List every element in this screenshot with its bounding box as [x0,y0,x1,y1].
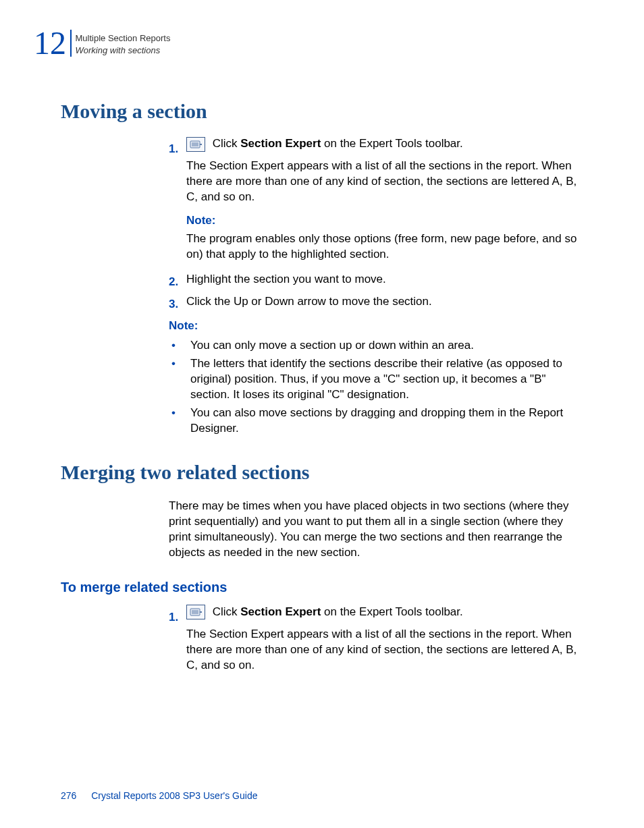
section-expert-icon [186,137,205,152]
header-text-block: Multiple Section Reports Working with se… [76,27,171,57]
moving-step-1: 1. Click Section Expert on the Expert To… [169,136,583,263]
bullet-1: • You can only move a section up or down… [169,338,583,354]
step-1-body: Click Section Expert on the Expert Tools… [186,136,583,263]
merge-step1-description: The Section Expert appears with a list o… [186,627,583,673]
note-label-1: Note: [186,213,583,229]
page-number: 276 [61,790,76,801]
merging-step-1: 1. Click Section Expert on the Expert To… [169,605,583,682]
bullet-1-text: You can only move a section up or down w… [190,338,583,354]
footer-title: Crystal Reports 2008 SP3 User's Guide [91,790,257,801]
step-3-text: Click the Up or Down arrow to move the s… [186,294,583,310]
heading-merging-sections: Merging two related sections [61,461,583,484]
merge-step1-text-prefix: Click [209,605,240,618]
header-line1: Multiple Section Reports [76,32,171,45]
moving-step-2: 2. Highlight the section you want to mov… [169,272,583,290]
moving-notes-list: • You can only move a section up or down… [169,338,583,437]
step1-text-prefix: Click [209,137,240,150]
bullet-2-text: The letters that identify the sections d… [190,356,583,403]
moving-content: 1. Click Section Expert on the Expert To… [169,136,583,437]
section-expert-icon [186,605,205,619]
step-number-2: 2. [169,272,186,290]
bullet-2: • The letters that identify the sections… [169,356,583,403]
merge-step1-text-bold: Section Expert [240,605,321,618]
step-number-3: 3. [169,294,186,312]
page-header: 12 Multiple Section Reports Working with… [34,27,583,59]
step-number-1: 1. [169,136,186,157]
header-divider [70,30,72,57]
merge-step-number-1: 1. [169,605,186,626]
merging-intro-para: There may be times when you have placed … [169,499,583,561]
moving-step-3: 3. Click the Up or Down arrow to move th… [169,294,583,312]
merge-step1-text-suffix: on the Expert Tools toolbar. [321,605,462,618]
heading-moving-a-section: Moving a section [61,100,583,123]
step1-text-suffix: on the Expert Tools toolbar. [321,137,462,150]
step-2-text: Highlight the section you want to move. [186,272,583,287]
bullet-dot: • [169,356,190,372]
step1-text-bold: Section Expert [240,137,321,150]
note-1-body: The program enables only those options (… [186,231,583,263]
sub-heading-merge: To merge related sections [61,580,583,595]
bullet-dot: • [169,406,190,421]
merge-step-1-body: Click Section Expert on the Expert Tools… [186,605,583,682]
chapter-number: 12 [34,27,66,59]
step1-description: The Section Expert appears with a list o… [186,159,583,205]
header-line2: Working with sections [76,45,171,57]
merging-intro-content: There may be times when you have placed … [169,499,583,561]
bullet-dot: • [169,338,190,354]
note-label-2: Note: [169,319,583,334]
bullet-3-text: You can also move sections by dragging a… [190,406,583,437]
merging-content: 1. Click Section Expert on the Expert To… [169,605,583,682]
bullet-3: • You can also move sections by dragging… [169,406,583,437]
page-footer: 276 Crystal Reports 2008 SP3 User's Guid… [61,790,257,801]
